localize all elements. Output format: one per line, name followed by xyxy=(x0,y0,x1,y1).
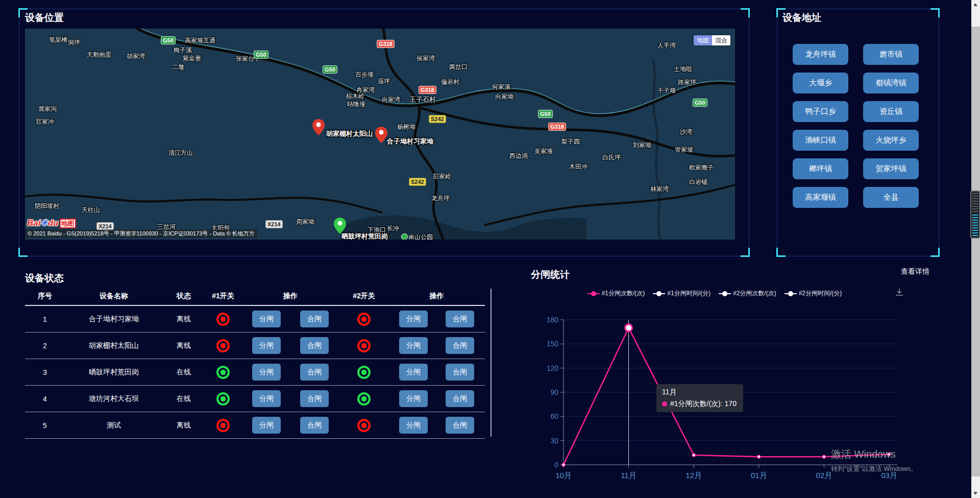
close-switch2-button[interactable]: 合闸 xyxy=(446,311,474,327)
open-switch1-button[interactable]: 分闸 xyxy=(252,417,281,434)
switch1-indicator xyxy=(216,313,230,326)
road-shield-s242: S242 xyxy=(429,115,446,123)
map-place-label: 欧家圈子 xyxy=(689,163,714,172)
open-switch1-button[interactable]: 分闸 xyxy=(252,390,281,407)
open-switch2-button[interactable]: 分闸 xyxy=(399,390,428,407)
open-switch2-button[interactable]: 分闸 xyxy=(399,311,428,327)
legend-item-series4[interactable]: #2分闸时间/(分) xyxy=(785,289,842,298)
close-switch2-button[interactable]: 合闸 xyxy=(446,417,474,434)
map-place-label: 清江方山 xyxy=(168,149,193,157)
device-no: 2 xyxy=(25,342,65,350)
device-name: 测试 xyxy=(65,421,163,430)
device-status: 在线 xyxy=(163,368,205,377)
device-name: 胡家棚村太阳山 xyxy=(65,341,163,350)
map-copyright: © 2021 Baidu - GS(2019)5218号 - 甲测资字11009… xyxy=(25,229,257,238)
address-button-grid: 龙舟坪镇 磨市镇 大堰乡 都镇湾镇 鸭子口乡 资丘镇 渔峡口镇 火烧坪乡 榔坪镇… xyxy=(793,44,919,208)
map-place-label: 白氏坪 xyxy=(602,153,621,162)
map-place-label: 阴阳坡村 xyxy=(35,202,59,210)
address-button-hejiaping[interactable]: 贺家坪镇 xyxy=(863,158,919,179)
address-button-dayan[interactable]: 大堰乡 xyxy=(793,73,848,93)
open-switch2-button[interactable]: 分闸 xyxy=(399,364,428,381)
road-shield-g50: G50 xyxy=(538,110,553,118)
svg-text:150: 150 xyxy=(547,340,559,348)
page-scrollbar[interactable] xyxy=(971,0,980,498)
road-shield-g318: G318 xyxy=(377,40,395,48)
table-row: 4 塘坊河村大石坝 在线 分闸合闸 分闸合闸 xyxy=(25,386,485,412)
address-button-langping[interactable]: 榔坪镇 xyxy=(793,158,848,179)
map-place-label: 紫金寨 xyxy=(183,54,201,63)
device-pin[interactable] xyxy=(375,127,387,143)
table-scrollbar[interactable] xyxy=(491,289,492,437)
baidu-map[interactable]: 笔架槽 洞坪 天鹅抱蛋 胡家湾 高家堰互通 梅子溪 紫金寨 二墩 张家台子 百步… xyxy=(25,29,735,240)
table-row: 2 胡家棚村太阳山 离线 分闸合闸 分闸合闸 xyxy=(25,333,485,359)
map-place-label: 长冲 xyxy=(387,224,399,233)
switch1-indicator xyxy=(216,366,230,379)
col-header-status: 状态 xyxy=(163,292,205,301)
table-row: 3 晒鼓坪村荒田岗 在线 分闸合闸 分闸合闸 xyxy=(25,359,485,386)
close-switch1-button[interactable]: 合闸 xyxy=(300,337,329,354)
close-switch1-button[interactable]: 合闸 xyxy=(300,417,329,434)
close-switch2-button[interactable]: 合闸 xyxy=(446,390,474,407)
map-place-label: 棕木岭 xyxy=(346,92,364,101)
device-pin-label: 胡家棚村太阳山 xyxy=(326,129,373,138)
map-place-label: 百步垭 xyxy=(355,70,374,79)
device-name: 塘坊河村大石坝 xyxy=(65,394,163,404)
map-place-label: 干子堰 xyxy=(657,86,676,95)
road-shield-g318: G318 xyxy=(548,123,566,131)
switch2-indicator xyxy=(357,366,371,379)
address-button-longzhouping[interactable]: 龙舟坪镇 xyxy=(793,44,848,65)
svg-text:01月: 01月 xyxy=(751,471,767,480)
map-place-label: 木田冲 xyxy=(569,162,587,171)
close-switch1-button[interactable]: 合闸 xyxy=(300,311,329,327)
address-button-yuxiakou[interactable]: 渔峡口镇 xyxy=(793,130,848,151)
scrollbar-down-arrow-icon[interactable] xyxy=(973,492,977,495)
switch2-indicator xyxy=(357,392,371,406)
tooltip-title: 11月 xyxy=(662,388,738,397)
map-place-label: 杨树坳 xyxy=(397,123,415,131)
open-switch1-button[interactable]: 分闸 xyxy=(252,364,281,381)
open-switch2-button[interactable]: 分闸 xyxy=(399,417,428,434)
address-button-huoshaoping[interactable]: 火烧坪乡 xyxy=(863,130,919,151)
map-place-label: 高家堰互通 xyxy=(185,36,215,45)
switch1-indicator xyxy=(216,339,230,352)
view-details-link[interactable]: 查看详情 xyxy=(901,267,929,276)
address-button-ziqiu[interactable]: 资丘镇 xyxy=(863,101,919,122)
table-row: 1 合子坳村习家坳 离线 分闸合闸 分闸合闸 xyxy=(25,306,485,333)
device-status: 离线 xyxy=(163,341,205,350)
table-header-row: 序号 设备名称 状态 #1开关 操作 #2开关 操作 xyxy=(25,288,485,306)
col-header-ops2: 操作 xyxy=(388,292,485,301)
road-shield-g50: G50 xyxy=(323,65,337,74)
svg-text:90: 90 xyxy=(550,388,558,396)
legend-item-series2[interactable]: #1分闸时间/(分) xyxy=(653,289,710,298)
map-type-hybrid-button[interactable]: 混合 xyxy=(712,35,730,45)
legend-item-series1[interactable]: #1分闸次数/(次) xyxy=(587,289,645,298)
table-row: 5 测试 离线 分闸合闸 分闸合闸 xyxy=(25,412,485,439)
device-status: 离线 xyxy=(163,315,205,324)
download-icon[interactable] xyxy=(894,287,904,299)
col-header-name: 设备名称 xyxy=(65,292,163,301)
map-place-label: 白岩铺 xyxy=(689,178,707,186)
map-place-label: 彭家岭 xyxy=(433,172,451,181)
open-switch1-button[interactable]: 分闸 xyxy=(252,311,281,327)
close-switch2-button[interactable]: 合闸 xyxy=(446,364,474,381)
address-button-quanxian[interactable]: 全县 xyxy=(863,187,919,208)
address-button-gaojiayan[interactable]: 高家堰镇 xyxy=(793,187,848,208)
close-switch1-button[interactable]: 合闸 xyxy=(300,364,329,381)
scrollbar-thumb[interactable] xyxy=(971,27,980,477)
scrollbar-up-arrow-icon[interactable] xyxy=(973,3,977,6)
map-place-label: 何家溪 xyxy=(492,83,510,91)
map-place-label: 刘家坳 xyxy=(633,141,651,150)
open-switch1-button[interactable]: 分闸 xyxy=(252,337,281,354)
map-type-map-button[interactable]: 地图 xyxy=(694,35,712,45)
device-no: 4 xyxy=(25,395,65,403)
open-switch2-button[interactable]: 分闸 xyxy=(399,337,428,354)
close-switch2-button[interactable]: 合闸 xyxy=(446,337,474,354)
legend-item-series3[interactable]: #2分闸次数/(次) xyxy=(719,289,776,298)
address-button-duzhenwan[interactable]: 都镇湾镇 xyxy=(863,73,919,93)
scroll-indicator-widget xyxy=(970,191,980,239)
address-button-moshi[interactable]: 磨市镇 xyxy=(863,44,919,65)
close-switch1-button[interactable]: 合闸 xyxy=(300,390,329,407)
map-place-label: 林家湾 xyxy=(650,185,669,194)
device-pin[interactable] xyxy=(312,119,325,135)
address-button-yazikou[interactable]: 鸭子口乡 xyxy=(793,101,848,122)
